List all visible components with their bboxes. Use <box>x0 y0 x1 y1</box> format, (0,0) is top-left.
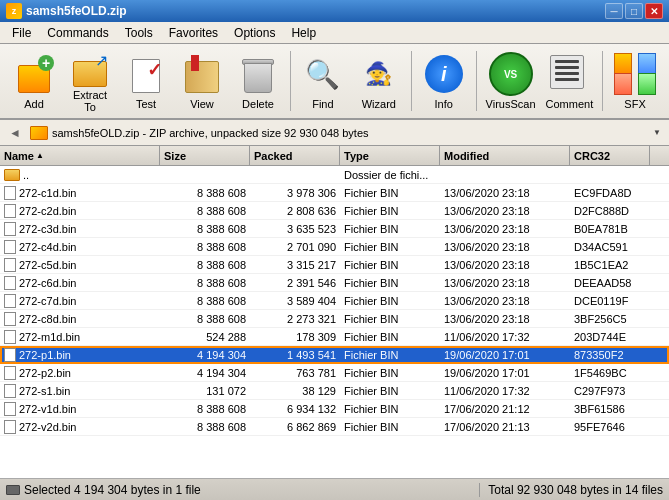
file-packed-cell: 2 701 090 <box>250 241 340 253</box>
zip-icon <box>30 126 48 140</box>
file-icon <box>4 276 16 290</box>
file-packed-cell: 1 493 541 <box>250 349 340 361</box>
file-name-cell: 272-p2.bin <box>0 366 160 380</box>
table-row[interactable]: 272-c3d.bin8 388 6083 635 523Fichier BIN… <box>0 220 669 238</box>
test-icon: ✓ <box>124 52 168 96</box>
info-button[interactable]: i Info <box>418 48 470 114</box>
status-bar: Selected 4 194 304 bytes in 1 file Total… <box>0 478 669 500</box>
wizard-label: Wizard <box>362 98 396 110</box>
menu-options[interactable]: Options <box>226 24 283 42</box>
minimize-button[interactable]: ─ <box>605 3 623 19</box>
file-modified-cell: 13/06/2020 23:18 <box>440 241 570 253</box>
file-crc32-cell: D2FC888D <box>570 205 650 217</box>
file-packed-cell: 178 309 <box>250 331 340 343</box>
file-crc32-cell: 873350F2 <box>570 349 650 361</box>
file-icon <box>4 258 16 272</box>
table-row[interactable]: 272-p1.bin4 194 3041 493 541Fichier BIN1… <box>0 346 669 364</box>
delete-button[interactable]: Delete <box>232 48 284 114</box>
col-crc32[interactable]: CRC32 <box>570 146 650 165</box>
title-bar: z samsh5feOLD.zip ─ □ ✕ <box>0 0 669 22</box>
table-row[interactable]: 272-c8d.bin8 388 6082 273 321Fichier BIN… <box>0 310 669 328</box>
file-type-cell: Fichier BIN <box>340 349 440 361</box>
file-icon <box>4 294 16 308</box>
file-name-cell: 272-s1.bin <box>0 384 160 398</box>
col-packed[interactable]: Packed <box>250 146 340 165</box>
virusscan-icon: VS <box>489 52 533 96</box>
file-size-cell: 4 194 304 <box>160 367 250 379</box>
sfx-label: SFX <box>624 98 645 110</box>
virusscan-label: VirusScan <box>486 98 536 110</box>
file-modified-cell: 13/06/2020 23:18 <box>440 187 570 199</box>
file-icon <box>4 330 16 344</box>
sfx-button[interactable]: SFX <box>609 48 661 114</box>
file-modified-cell: 11/06/2020 17:32 <box>440 331 570 343</box>
file-crc32-cell: B0EA781B <box>570 223 650 235</box>
info-label: Info <box>435 98 453 110</box>
table-row[interactable]: 272-c6d.bin8 388 6082 391 546Fichier BIN… <box>0 274 669 292</box>
menu-file[interactable]: File <box>4 24 39 42</box>
table-row[interactable]: 272-c5d.bin8 388 6083 315 217Fichier BIN… <box>0 256 669 274</box>
info-icon: i <box>422 52 466 96</box>
file-icon <box>4 204 16 218</box>
file-modified-cell: 13/06/2020 23:18 <box>440 277 570 289</box>
file-packed-cell: 2 808 636 <box>250 205 340 217</box>
table-row[interactable]: 272-m1d.bin524 288178 309Fichier BIN11/0… <box>0 328 669 346</box>
test-button[interactable]: ✓ Test <box>120 48 172 114</box>
col-name[interactable]: Name ▲ <box>0 146 160 165</box>
extract-button[interactable]: ↗ Extract To <box>64 48 116 114</box>
file-icon <box>4 420 16 434</box>
table-row[interactable]: 272-v1d.bin8 388 6086 934 132Fichier BIN… <box>0 400 669 418</box>
file-type-cell: Fichier BIN <box>340 385 440 397</box>
table-row[interactable]: 272-c2d.bin8 388 6082 808 636Fichier BIN… <box>0 202 669 220</box>
table-row[interactable]: 272-c7d.bin8 388 6083 589 404Fichier BIN… <box>0 292 669 310</box>
comment-button[interactable]: Comment <box>543 48 597 114</box>
back-button[interactable]: ◄ <box>4 123 26 143</box>
find-button[interactable]: 🔍 Find <box>297 48 349 114</box>
address-dropdown-button[interactable]: ▼ <box>649 123 665 143</box>
file-name: 272-c7d.bin <box>19 295 77 307</box>
file-modified-cell: 13/06/2020 23:18 <box>440 313 570 325</box>
menu-tools[interactable]: Tools <box>117 24 161 42</box>
test-label: Test <box>136 98 156 110</box>
file-icon <box>4 384 16 398</box>
window-title: samsh5feOLD.zip <box>26 4 127 18</box>
file-type-cell: Fichier BIN <box>340 313 440 325</box>
col-type[interactable]: Type <box>340 146 440 165</box>
menu-help[interactable]: Help <box>283 24 324 42</box>
file-name: 272-c3d.bin <box>19 223 77 235</box>
table-row[interactable]: 272-s1.bin131 07238 129Fichier BIN11/06/… <box>0 382 669 400</box>
view-button[interactable]: View <box>176 48 228 114</box>
file-modified-cell: 13/06/2020 23:18 <box>440 295 570 307</box>
file-crc32-cell: EC9FDA8D <box>570 187 650 199</box>
delete-icon <box>236 52 280 96</box>
file-icon <box>4 366 16 380</box>
file-list-header: Name ▲ Size Packed Type Modified CRC32 <box>0 146 669 166</box>
file-name: 272-p2.bin <box>19 367 71 379</box>
table-row[interactable]: ..Dossier de fichi... <box>0 166 669 184</box>
virusscan-button[interactable]: VS VirusScan <box>483 48 539 114</box>
maximize-button[interactable]: □ <box>625 3 643 19</box>
file-name-cell: 272-m1d.bin <box>0 330 160 344</box>
file-list-body[interactable]: ..Dossier de fichi...272-c1d.bin8 388 60… <box>0 166 669 478</box>
col-size[interactable]: Size <box>160 146 250 165</box>
comment-icon <box>547 52 591 96</box>
wizard-button[interactable]: 🧙 Wizard <box>353 48 405 114</box>
file-modified-cell: 17/06/2020 21:13 <box>440 421 570 433</box>
file-type-cell: Dossier de fichi... <box>340 169 440 181</box>
table-row[interactable]: 272-p2.bin4 194 304763 781Fichier BIN19/… <box>0 364 669 382</box>
file-size-cell: 131 072 <box>160 385 250 397</box>
col-modified[interactable]: Modified <box>440 146 570 165</box>
menu-favorites[interactable]: Favorites <box>161 24 226 42</box>
table-row[interactable]: 272-c1d.bin8 388 6083 978 306Fichier BIN… <box>0 184 669 202</box>
table-row[interactable]: 272-v2d.bin8 388 6086 862 869Fichier BIN… <box>0 418 669 436</box>
add-button[interactable]: + Add <box>8 48 60 114</box>
file-crc32-cell: 203D744E <box>570 331 650 343</box>
find-label: Find <box>312 98 333 110</box>
file-crc32-cell: DCE0119F <box>570 295 650 307</box>
file-type-cell: Fichier BIN <box>340 403 440 415</box>
menu-commands[interactable]: Commands <box>39 24 116 42</box>
close-button[interactable]: ✕ <box>645 3 663 19</box>
table-row[interactable]: 272-c4d.bin8 388 6082 701 090Fichier BIN… <box>0 238 669 256</box>
file-size-cell: 8 388 608 <box>160 277 250 289</box>
file-size-cell: 8 388 608 <box>160 259 250 271</box>
